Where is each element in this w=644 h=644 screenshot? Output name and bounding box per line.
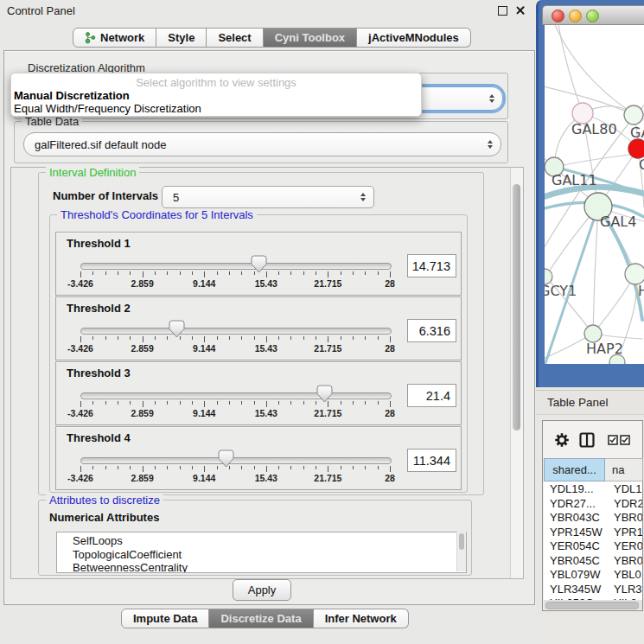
settings-scroll-panel: Interval Definition Number of Intervals … [10, 167, 524, 579]
vertical-scrollbar[interactable] [510, 168, 523, 578]
network-node[interactable] [625, 264, 644, 284]
tick-mark [143, 401, 143, 407]
table-row[interactable]: YPR145WYPR1... [544, 525, 642, 539]
cell-name: YDL1... [614, 482, 642, 495]
mode-tab-label: Discretize Data [220, 612, 301, 625]
tab-network[interactable]: Network [73, 28, 156, 48]
tab-cyni-toolbox[interactable]: Cyni Toolbox [264, 28, 357, 48]
tick-mark [303, 466, 304, 469]
attribute-item[interactable]: TopologicalCoefficient [57, 548, 466, 562]
tick-mark [118, 336, 118, 340]
checkbox-checked-icon[interactable] [620, 435, 630, 445]
table-data-group: Table Data galFiltered.sif default node [14, 121, 508, 163]
tick-mark [390, 271, 391, 277]
tick-mark [192, 401, 193, 405]
float-panel-icon[interactable] [498, 6, 507, 16]
split-columns-icon[interactable] [579, 432, 595, 448]
tab-select[interactable]: Select [207, 28, 263, 48]
tick-mark [217, 336, 218, 340]
horizontal-scrollbar[interactable] [544, 600, 642, 609]
network-graph[interactable]: GAL80GACGAL11GAL4GCY1HHAP2 [545, 25, 644, 364]
tick-mark [341, 466, 341, 469]
tick-mark [316, 466, 316, 469]
network-edge [593, 207, 598, 334]
network-node[interactable] [624, 105, 643, 124]
table-row[interactable]: YLR345WYLR3... [544, 582, 642, 596]
cell-name: YBR0... [614, 554, 642, 567]
table-row[interactable]: YBR043CYBR0... [544, 510, 642, 525]
popup-option-manual[interactable]: Manual Discretization [14, 89, 130, 102]
scrollbar-thumb[interactable] [459, 533, 464, 550]
slider-knob[interactable] [218, 450, 234, 468]
numerical-attributes-list[interactable]: SelfLoopsTopologicalCoefficientBetweenne… [56, 532, 467, 573]
tick-mark [204, 401, 205, 407]
tick-mark [217, 271, 218, 275]
mode-tab-infer-network[interactable]: Infer Network [314, 609, 409, 628]
settings-gear-icon[interactable] [554, 432, 570, 448]
tick-mark [241, 401, 242, 405]
zoom-window-icon[interactable] [586, 10, 599, 22]
tick-mark [92, 271, 93, 275]
close-panel-icon[interactable] [515, 5, 526, 16]
tick-mark [390, 466, 391, 472]
tick-mark [80, 336, 81, 342]
tick-mark [204, 271, 205, 277]
mode-tab-impute-data[interactable]: Impute Data [121, 609, 209, 628]
tick-mark [155, 271, 156, 275]
table-data-combobox[interactable]: galFiltered.sif default node [23, 132, 501, 156]
tick-mark [155, 401, 156, 405]
tick-mark [254, 336, 255, 340]
threshold-value-field[interactable]: 21.4 [407, 384, 456, 407]
combo-stepper-icon [360, 193, 366, 201]
interval-definition-group: Interval Definition Number of Intervals … [38, 172, 484, 495]
slider-track[interactable] [80, 392, 392, 399]
tick-label: 2.859 [131, 473, 153, 483]
tick-mark [316, 271, 316, 275]
popup-option-equal-width[interactable]: Equal Width/Frequency Discretization [14, 102, 201, 115]
close-window-icon[interactable] [552, 10, 564, 22]
table-row[interactable]: YER054CYER0... [544, 539, 642, 553]
scrollbar-thumb[interactable] [513, 184, 520, 430]
screen: Control Panel NetworkStyleSelectCyni Too… [0, 0, 644, 644]
tick-mark [229, 401, 230, 405]
mode-tab-discretize-data[interactable]: Discretize Data [209, 609, 313, 628]
tick-mark [278, 466, 279, 469]
tick-mark [328, 466, 328, 472]
attribute-item[interactable]: BetweennessCentrality [57, 561, 466, 573]
column-header-name[interactable]: na [605, 458, 643, 481]
list-scrollbar[interactable] [456, 532, 466, 571]
threshold-label: Threshold 1 [67, 237, 131, 250]
slider-knob[interactable] [316, 385, 333, 403]
tick-mark [266, 401, 267, 407]
minimize-window-icon[interactable] [569, 10, 582, 22]
popup-hint: Select algorithm to view settings [11, 76, 421, 89]
slider-knob[interactable] [169, 320, 185, 338]
column-header-shared[interactable]: shared... [544, 458, 605, 481]
slider-knob[interactable] [251, 255, 267, 273]
cell-shared-name: YER054C [550, 539, 600, 552]
tick-label: -3.426 [67, 473, 93, 483]
tab-jactivemnodules[interactable]: jActiveMNodules [357, 28, 471, 48]
network-window-titlebar[interactable] [542, 5, 644, 25]
scrollbar-thumb[interactable] [545, 602, 639, 609]
attribute-item[interactable]: SelfLoops [57, 532, 466, 548]
slider-track[interactable] [80, 328, 392, 335]
tick-mark [378, 466, 379, 469]
threshold-value-field[interactable]: 6.316 [407, 319, 456, 342]
threshold-value-field[interactable]: 11.344 [407, 449, 456, 472]
num-intervals-combobox[interactable]: 5 [162, 186, 374, 208]
network-node[interactable] [628, 139, 644, 158]
tab-style[interactable]: Style [156, 28, 207, 48]
table-row[interactable]: YDR27...YDR2... [544, 496, 642, 511]
checkbox-checked-icon[interactable] [608, 435, 618, 445]
network-node[interactable] [584, 325, 602, 342]
table-row[interactable]: YBR045CYBR0... [544, 553, 642, 568]
table-row[interactable]: YBL079WYBL0... [544, 567, 642, 582]
slider-track[interactable] [80, 263, 392, 270]
apply-button[interactable]: Apply [233, 579, 291, 601]
slider-track[interactable] [80, 457, 392, 464]
table-row[interactable]: YDL19...YDL1... [544, 481, 642, 496]
network-canvas[interactable]: GAL80GACGAL11GAL4GCY1HHAP2 [545, 25, 644, 364]
tick-mark [241, 466, 242, 469]
threshold-value-field[interactable]: 14.713 [407, 254, 456, 277]
